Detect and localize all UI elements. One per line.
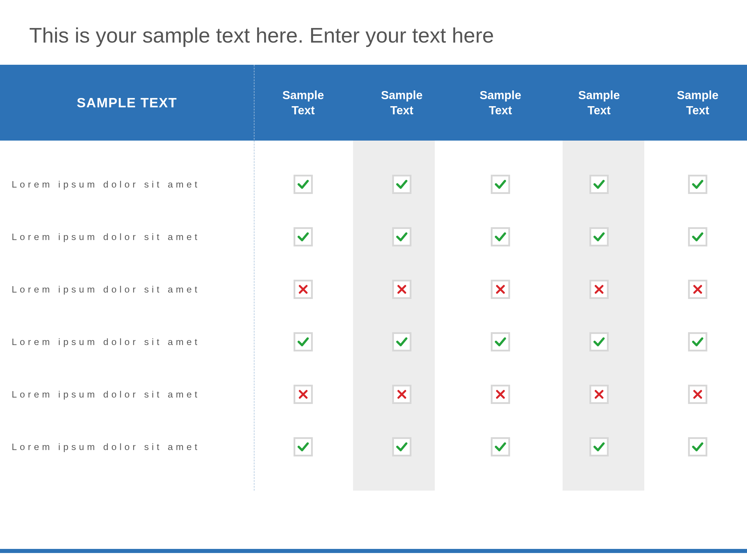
footer-accent-bar [0,549,747,553]
cross-icon [589,385,609,404]
table-cell [550,332,648,351]
table-cell [550,227,648,246]
table-cell [254,332,353,351]
cross-icon [589,280,609,299]
check-icon [688,175,707,194]
table-cell [451,385,550,404]
check-icon [589,437,609,456]
table-cell [648,280,747,299]
check-icon [491,175,510,194]
table-cell [254,175,353,194]
table-cell [550,437,648,456]
row-label: Lorem ipsum dolor sit amet [0,232,254,242]
table-cell [648,437,747,456]
table-row: Lorem ipsum dolor sit amet [0,421,747,473]
check-icon [688,227,707,246]
table-cell [353,175,451,194]
table-cell [451,437,550,456]
check-icon [491,332,510,351]
table-cell [353,385,451,404]
cross-icon [688,280,707,299]
check-icon [293,437,313,456]
row-label: Lorem ipsum dolor sit amet [0,389,254,400]
cross-icon [491,385,510,404]
table-cell [451,227,550,246]
cross-icon [392,385,411,404]
check-icon [293,227,313,246]
table-cell [353,332,451,351]
header-col-0: SampleText [254,87,353,118]
cross-icon [392,280,411,299]
header-col-1: SampleText [353,87,451,118]
table-header-row: SAMPLE TEXT SampleText SampleText Sample… [0,65,747,140]
table-cell [254,385,353,404]
table-row: Lorem ipsum dolor sit amet [0,211,747,263]
check-icon [688,332,707,351]
row-label: Lorem ipsum dolor sit amet [0,179,254,190]
table-cell [451,280,550,299]
table-body: Lorem ipsum dolor sit ametLorem ipsum do… [0,140,747,490]
cross-icon [491,280,510,299]
cross-icon [688,385,707,404]
cross-icon [293,280,313,299]
table-cell [648,175,747,194]
table-cell [353,437,451,456]
check-icon [589,227,609,246]
cross-icon [293,385,313,404]
vertical-divider [254,65,254,490]
table-row: Lorem ipsum dolor sit amet [0,368,747,421]
check-icon [589,175,609,194]
check-icon [491,437,510,456]
check-icon [688,437,707,456]
table-cell [648,385,747,404]
table-cell [451,175,550,194]
header-main: SAMPLE TEXT [0,95,254,110]
check-icon [589,332,609,351]
check-icon [293,175,313,194]
table-row: Lorem ipsum dolor sit amet [0,316,747,368]
check-icon [392,437,411,456]
table-row: Lorem ipsum dolor sit amet [0,158,747,211]
row-label: Lorem ipsum dolor sit amet [0,284,254,295]
slide: This is your sample text here. Enter you… [0,0,747,560]
check-icon [392,332,411,351]
row-label: Lorem ipsum dolor sit amet [0,337,254,347]
table-cell [550,280,648,299]
table-cell [648,227,747,246]
table-cell [550,175,648,194]
table-cell [254,227,353,246]
table-cell [353,227,451,246]
header-col-3: SampleText [550,87,648,118]
check-icon [392,175,411,194]
table-cell [550,385,648,404]
row-label: Lorem ipsum dolor sit amet [0,442,254,452]
table-cell [254,280,353,299]
slide-title: This is your sample text here. Enter you… [0,23,747,65]
table-cell [648,332,747,351]
table-row: Lorem ipsum dolor sit amet [0,263,747,316]
table-cell [254,437,353,456]
table-cell [353,280,451,299]
header-col-4: SampleText [648,87,747,118]
check-icon [392,227,411,246]
table-cell [451,332,550,351]
check-icon [293,332,313,351]
check-icon [491,227,510,246]
header-col-2: SampleText [451,87,550,118]
comparison-table: SAMPLE TEXT SampleText SampleText Sample… [0,65,747,490]
